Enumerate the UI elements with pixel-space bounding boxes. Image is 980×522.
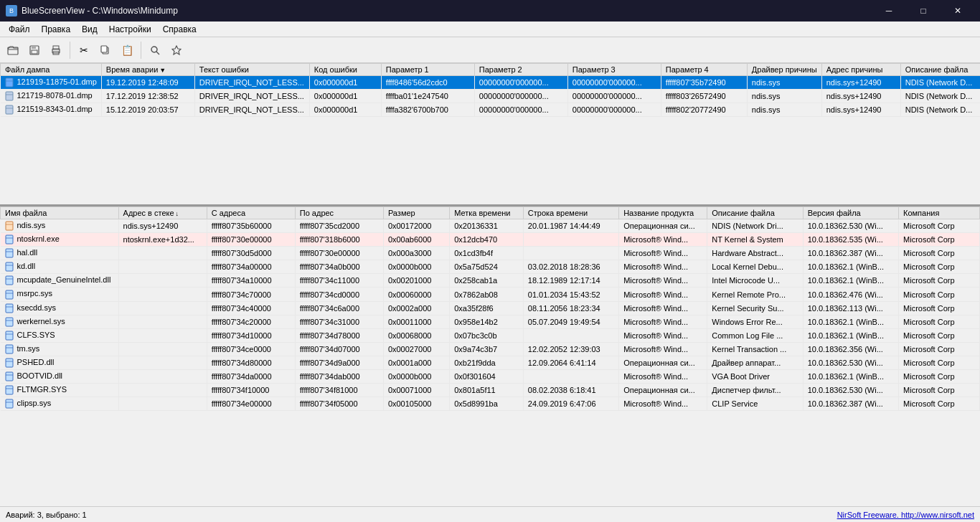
bottom-table-row[interactable]: CLFS.SYSfffff807'34d10000fffff807'34d780… xyxy=(1,328,980,342)
bcol-from-addr[interactable]: С адреса xyxy=(207,207,295,219)
bottom-table-cell: Microsoft® Wind... xyxy=(619,328,707,342)
maximize-button[interactable]: □ xyxy=(907,0,940,22)
bottom-table-row[interactable]: tm.sysfffff807'34ce0000fffff807'34d07000… xyxy=(1,342,980,356)
toolbar-open[interactable] xyxy=(3,40,23,60)
bottom-table-row[interactable]: msrpc.sysfffff807'34c70000fffff807'34cd0… xyxy=(1,288,980,301)
bottom-pane[interactable]: Имя файла Адрес в стеке↓ С адреса По адр… xyxy=(0,207,980,506)
nirsoft-link[interactable]: NirSoft Freeware. http://www.nirsoft.net xyxy=(837,511,974,519)
bottom-table-cell: 0x07bc3c0b xyxy=(450,328,524,342)
svg-rect-12 xyxy=(6,78,13,87)
bottom-table-row[interactable]: ntoskrnl.exentoskrnl.exe+1d32...fffff807… xyxy=(1,233,980,247)
bottom-table-cell: 10.0.18362.387 (Wi... xyxy=(803,397,898,411)
top-table-row[interactable]: 121519-8343-01.dmp15.12.2019 20:03:57DRI… xyxy=(1,103,981,117)
col-error-code[interactable]: Код ошибки xyxy=(309,64,381,76)
bcol-size[interactable]: Размер xyxy=(383,207,449,219)
bcol-version[interactable]: Версия файла xyxy=(803,207,898,219)
minimize-button[interactable]: ─ xyxy=(872,0,905,22)
col-param1[interactable]: Параметр 1 xyxy=(381,64,474,76)
bottom-table-row[interactable]: mcupdate_GenuineIntel.dllfffff807'34a100… xyxy=(1,274,980,288)
bottom-table-cell: 01.01.2034 15:43:52 xyxy=(523,288,618,301)
bottom-table-cell: Microsoft® Wind... xyxy=(619,301,707,315)
bcol-company[interactable]: Компания xyxy=(899,207,980,219)
bottom-table-cell: Microsoft® Wind... xyxy=(619,247,707,260)
bottom-table-cell: Microsoft® Wind... xyxy=(619,274,707,288)
col-crash-time[interactable]: Время аварии▼ xyxy=(101,64,194,76)
col-driver[interactable]: Драйвер причины xyxy=(747,64,821,76)
toolbar-star[interactable] xyxy=(166,40,187,60)
bottom-table-cell: Kernel Transaction ... xyxy=(707,342,803,356)
menu-help[interactable]: Справка xyxy=(157,23,202,36)
bottom-table-cell: ndis.sys+12490 xyxy=(118,219,207,233)
top-table: Файл дампа Время аварии▼ Текст ошибки Ко… xyxy=(0,63,980,117)
top-pane[interactable]: Файл дампа Время аварии▼ Текст ошибки Ко… xyxy=(0,63,980,207)
top-table-row[interactable]: 121719-8078-01.dmp17.12.2019 12:38:52DRI… xyxy=(1,90,981,103)
bottom-table-cell: fffff807'30e00000 xyxy=(207,233,295,247)
menu-file[interactable]: Файл xyxy=(3,23,36,36)
toolbar-cut[interactable]: ✂ xyxy=(74,40,94,60)
toolbar-print[interactable] xyxy=(46,40,66,60)
bottom-table-cell: 0x7862ab08 xyxy=(450,288,524,301)
svg-rect-16 xyxy=(6,105,13,114)
bcol-stack-addr[interactable]: Адрес в стеке↓ xyxy=(118,207,207,219)
bottom-table-cell: 10.0.18362.530 (Wi... xyxy=(803,384,898,397)
bottom-table-row[interactable]: ksecdd.sysfffff807'34c40000fffff807'34c6… xyxy=(1,301,980,315)
bottom-table-cell xyxy=(118,315,207,328)
bottom-table-cell: 0x0002a000 xyxy=(383,301,449,315)
bottom-table-cell: Microsoft Corp xyxy=(899,288,980,301)
col-param4[interactable]: Параметр 4 xyxy=(661,64,747,76)
col-file-desc[interactable]: Описание файла xyxy=(900,64,980,76)
bottom-table-cell: 12.09.2064 6:41:14 xyxy=(523,356,618,369)
bottom-table-cell: Операционная си... xyxy=(619,384,707,397)
bottom-table-row[interactable]: FLTMGR.SYSfffff807'34f10000fffff807'34f8… xyxy=(1,384,980,397)
col-dump-file[interactable]: Файл дампа xyxy=(1,64,102,76)
bottom-table-row[interactable]: BOOTVID.dllfffff807'34da0000fffff807'34d… xyxy=(1,370,980,384)
bottom-table-cell: fffff807'34d10000 xyxy=(207,328,295,342)
bcol-product[interactable]: Название продукта xyxy=(619,207,707,219)
bottom-table-cell: fffff807'34c11000 xyxy=(295,274,383,288)
bottom-table-cell xyxy=(523,247,618,260)
bottom-table-cell xyxy=(118,356,207,369)
svg-rect-34 xyxy=(6,331,13,340)
toolbar-save[interactable] xyxy=(24,40,44,60)
bottom-table-cell: Драйвер аппарат... xyxy=(707,356,803,369)
bottom-table-row[interactable]: kd.dllfffff807'34a00000fffff807'34a0b000… xyxy=(1,260,980,274)
menu-edit[interactable]: Правка xyxy=(36,23,77,36)
bcol-file-desc[interactable]: Описание файла xyxy=(707,207,803,219)
toolbar-paste[interactable]: 📋 xyxy=(117,40,137,60)
bottom-table-cell: 0x0f301604 xyxy=(450,370,524,384)
bottom-table-cell: Microsoft® Wind... xyxy=(619,342,707,356)
col-param2[interactable]: Параметр 2 xyxy=(474,64,567,76)
bottom-table-cell: 20.01.1987 14:44:49 xyxy=(523,219,618,233)
bottom-table-cell: 03.02.2018 18:28:36 xyxy=(523,260,618,274)
bottom-table-row[interactable]: ndis.sysndis.sys+12490fffff807'35b60000f… xyxy=(1,219,980,233)
bottom-table-cell: mcupdate_GenuineIntel.dll xyxy=(1,274,119,288)
svg-rect-26 xyxy=(6,276,13,285)
bcol-time-str[interactable]: Строка времени xyxy=(523,207,618,219)
bottom-table-cell: 0x00ab6000 xyxy=(383,233,449,247)
bottom-table-cell xyxy=(118,328,207,342)
menu-view[interactable]: Вид xyxy=(76,23,103,36)
status-bar: Аварий: 3, выбрано: 1 NirSoft Freeware. … xyxy=(0,506,980,522)
menu-settings[interactable]: Настройки xyxy=(103,23,157,36)
bottom-table-cell xyxy=(118,397,207,411)
bottom-table-row[interactable]: PSHED.dllfffff807'34d80000fffff807'34d9a… xyxy=(1,356,980,369)
bottom-table-cell xyxy=(118,274,207,288)
bottom-table-row[interactable]: werkernel.sysfffff807'34c20000fffff807'3… xyxy=(1,315,980,328)
bcol-timestamp[interactable]: Метка времени xyxy=(450,207,524,219)
col-driver-addr[interactable]: Адрес причины xyxy=(821,64,900,76)
bottom-table-cell: werkernel.sys xyxy=(1,315,119,328)
top-table-row[interactable]: 121919-11875-01.dmp19.12.2019 12:48:09DR… xyxy=(1,76,981,90)
bottom-table-row[interactable]: clipsp.sysfffff807'34e00000fffff807'34f0… xyxy=(1,397,980,411)
col-error-text[interactable]: Текст ошибки xyxy=(194,64,309,76)
svg-line-10 xyxy=(156,52,159,54)
bottom-table-row[interactable]: hal.dllfffff807'30d5d000fffff807'30e0000… xyxy=(1,247,980,260)
bottom-table-cell: Microsoft® Wind... xyxy=(619,370,707,384)
col-param3[interactable]: Параметр 3 xyxy=(567,64,661,76)
bottom-table-cell: 10.0.18362.1 (WinB... xyxy=(803,370,898,384)
bottom-table-cell: Microsoft Corp xyxy=(899,315,980,328)
close-button[interactable]: ✕ xyxy=(941,0,974,22)
toolbar-search[interactable] xyxy=(145,40,165,60)
bcol-to-addr[interactable]: По адрес xyxy=(295,207,383,219)
bcol-filename[interactable]: Имя файла xyxy=(1,207,119,219)
toolbar-copy[interactable] xyxy=(95,40,116,60)
